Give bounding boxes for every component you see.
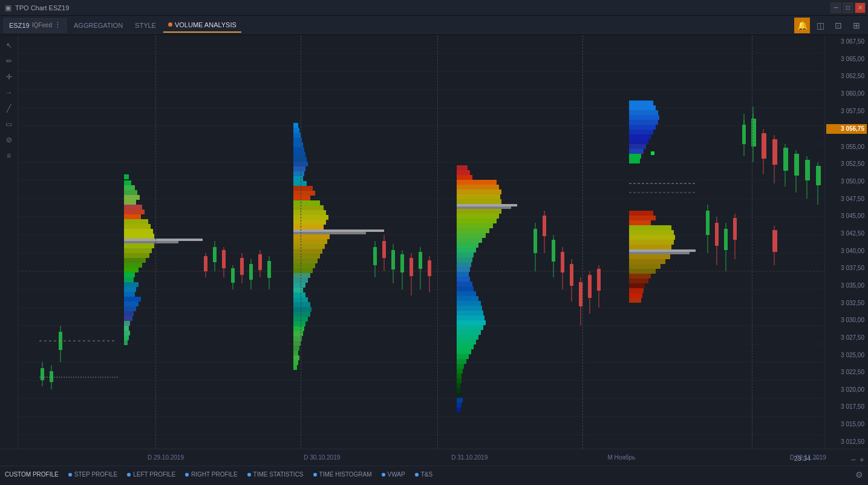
svg-rect-43 xyxy=(124,272,135,277)
status-bar: CUSTOM PROFILE STEP PROFILE LEFT PROFILE… xyxy=(0,466,868,483)
price-3062: 3 062,50 xyxy=(826,72,867,81)
svg-rect-180 xyxy=(457,315,485,320)
svg-rect-177 xyxy=(457,301,481,306)
arrow-tool[interactable]: → xyxy=(2,86,16,99)
svg-rect-104 xyxy=(293,229,384,232)
svg-rect-255 xyxy=(715,223,719,246)
svg-rect-172 xyxy=(457,277,470,282)
svg-rect-223 xyxy=(629,134,651,139)
svg-rect-257 xyxy=(724,229,728,250)
svg-rect-73 xyxy=(231,268,235,283)
list-tool[interactable]: ≡ xyxy=(2,149,16,162)
svg-rect-251 xyxy=(651,151,654,155)
compare-button[interactable]: ⊡ xyxy=(830,18,846,33)
symbol-name: ESZ19 xyxy=(9,22,30,29)
svg-rect-29 xyxy=(124,210,145,214)
svg-rect-100 xyxy=(293,210,326,215)
svg-rect-121 xyxy=(293,307,312,312)
cursor-tool[interactable]: ↖ xyxy=(2,39,16,52)
status-right-profile[interactable]: RIGHT PROFILE xyxy=(185,471,238,478)
svg-rect-107 xyxy=(293,239,327,244)
svg-rect-150 xyxy=(457,175,472,180)
status-step-profile[interactable]: STEP PROFILE xyxy=(68,471,118,478)
tab-aggregation[interactable]: AGGREGATION xyxy=(69,18,128,33)
line-tool[interactable]: ╱ xyxy=(2,102,16,115)
tab-style[interactable]: STYLE xyxy=(130,18,161,33)
svg-rect-231 xyxy=(629,211,653,216)
svg-rect-42 xyxy=(124,268,139,272)
svg-rect-176 xyxy=(457,296,478,301)
pencil-tool[interactable]: ✏ xyxy=(2,54,16,68)
svg-rect-130 xyxy=(293,351,298,355)
status-custom-profile[interactable]: CUSTOM PROFILE xyxy=(5,471,59,478)
svg-rect-139 xyxy=(391,250,395,269)
window-controls[interactable]: ─ □ ✕ xyxy=(830,2,866,13)
svg-rect-111 xyxy=(293,259,318,263)
svg-rect-248 xyxy=(629,288,644,293)
svg-rect-189 xyxy=(457,359,466,364)
svg-rect-247 xyxy=(629,283,645,288)
title-bar: ▣ TPO Chart ESZ19 ─ □ ✕ xyxy=(0,0,868,16)
more-icon[interactable]: ⋮ xyxy=(54,21,61,29)
crosshair-tool[interactable]: ✛ xyxy=(2,70,16,84)
svg-rect-269 xyxy=(783,148,788,171)
svg-rect-49 xyxy=(124,302,139,306)
status-ts[interactable]: T&S xyxy=(415,471,432,478)
svg-rect-165 xyxy=(457,243,478,248)
price-axis: 3 067,50 3 065,00 3 062,50 3 060,00 3 05… xyxy=(824,35,868,449)
status-vwap[interactable]: VWAP xyxy=(382,471,405,478)
symbol-selector[interactable]: ESZ19 IQFeed ⋮ xyxy=(4,18,67,33)
price-3065: 3 065,00 xyxy=(826,55,867,64)
minimize-button[interactable]: ─ xyxy=(830,2,841,13)
svg-rect-249 xyxy=(629,293,642,298)
tab-volume-analysis[interactable]: VOLUME ANALYSIS xyxy=(163,18,241,33)
svg-rect-52 xyxy=(124,316,132,321)
svg-rect-156 xyxy=(457,204,517,206)
notification-button[interactable]: 🔔 xyxy=(794,18,810,33)
svg-rect-259 xyxy=(733,218,737,240)
layout-button[interactable]: ◫ xyxy=(812,18,828,33)
svg-rect-40 xyxy=(124,258,146,263)
svg-rect-213 xyxy=(588,275,592,298)
svg-rect-265 xyxy=(762,133,766,159)
svg-rect-67 xyxy=(204,256,207,271)
svg-rect-96 xyxy=(293,191,315,196)
panel-button[interactable]: ⊞ xyxy=(849,18,864,33)
svg-rect-47 xyxy=(124,292,135,297)
svg-rect-97 xyxy=(293,196,310,200)
svg-rect-59 xyxy=(41,368,44,380)
scroll-right-button[interactable]: + xyxy=(858,454,866,466)
price-3037: 3 037,50 xyxy=(826,264,867,272)
close-button[interactable]: ✕ xyxy=(855,2,866,13)
svg-rect-54 xyxy=(124,326,129,331)
svg-rect-240 xyxy=(629,252,690,254)
ts-dot xyxy=(415,473,419,477)
svg-rect-192 xyxy=(457,374,462,378)
svg-rect-41 xyxy=(124,263,142,268)
svg-rect-98 xyxy=(293,200,320,205)
scroll-left-button[interactable]: − xyxy=(850,454,857,466)
settings-gear-button[interactable]: ⚙ xyxy=(855,470,863,480)
svg-rect-157 xyxy=(457,206,511,209)
svg-rect-175 xyxy=(457,291,476,296)
svg-rect-154 xyxy=(457,194,500,199)
tag-tool[interactable]: ⊘ xyxy=(2,133,16,147)
status-time-statistics[interactable]: TIME STATISTICS xyxy=(247,471,304,478)
svg-rect-71 xyxy=(222,250,226,268)
svg-rect-92 xyxy=(293,171,304,176)
svg-rect-124 xyxy=(293,322,305,326)
svg-rect-31 xyxy=(124,219,148,224)
svg-rect-151 xyxy=(457,180,497,185)
svg-rect-238 xyxy=(629,245,671,249)
price-3027: 3 027,50 xyxy=(826,334,867,342)
svg-rect-250 xyxy=(629,298,641,303)
rect-tool[interactable]: ▭ xyxy=(2,117,16,131)
chart-area[interactable] xyxy=(18,35,824,449)
status-left-profile[interactable]: LEFT PROFILE xyxy=(127,471,175,478)
status-time-histogram[interactable]: TIME HISTOGRAM xyxy=(313,471,372,478)
svg-rect-216 xyxy=(629,101,653,105)
maximize-button[interactable]: □ xyxy=(843,2,853,13)
svg-rect-132 xyxy=(293,360,298,365)
svg-rect-88 xyxy=(293,152,305,157)
svg-rect-162 xyxy=(457,228,489,233)
